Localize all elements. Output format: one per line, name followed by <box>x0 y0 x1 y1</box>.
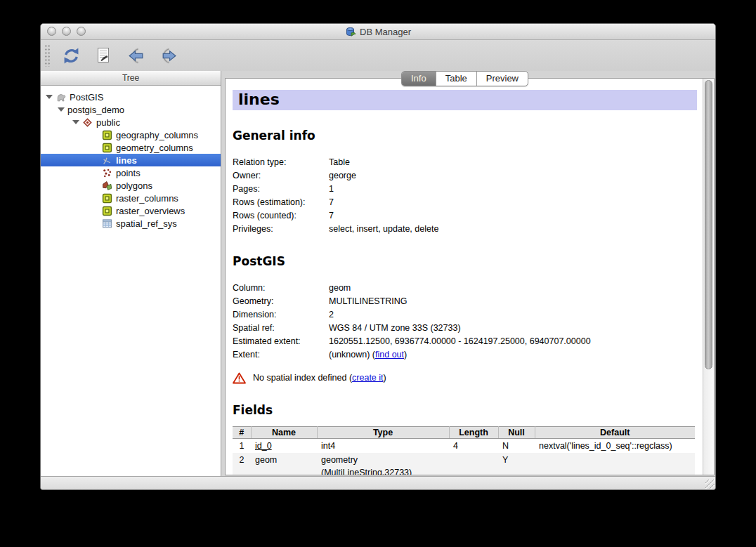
title-bar[interactable]: DB Manager <box>41 24 715 40</box>
field-null: N <box>498 439 535 454</box>
field-type: geometry (MultiLineString,32733) <box>317 453 449 475</box>
table-title-band: lines <box>233 90 697 110</box>
zoom-button[interactable] <box>77 27 86 36</box>
kv-label: Rows (estimation): <box>233 196 329 209</box>
find-out-link[interactable]: find out <box>375 350 404 360</box>
field-num: 1 <box>233 439 251 454</box>
tree-item-postgis-demo[interactable]: postgis_demo <box>41 103 221 116</box>
kv-value: 7 <box>329 196 698 209</box>
toolbar <box>41 40 715 72</box>
field-type: int4 <box>317 439 449 454</box>
field-row: 1 id_0 int4 4 N nextval('lines_id_0_seq'… <box>233 439 695 454</box>
minimize-button[interactable] <box>62 27 71 36</box>
postgis-heading: PostGIS <box>233 254 698 268</box>
kv-value: 1 <box>329 183 698 196</box>
tree-item-spatial-ref-sys[interactable]: spatial_ref_sys <box>41 217 221 230</box>
tree: PostGIS postgis_demo public <box>41 86 221 477</box>
kv-label: Extent: <box>233 348 329 362</box>
ref-table-icon <box>102 218 112 229</box>
tree-panel-header: Tree <box>41 71 221 86</box>
window-title: DB Manager <box>345 26 411 37</box>
kv-value: 2 <box>329 308 698 322</box>
tree-item-label: lines <box>116 155 137 166</box>
extent-pre-text: (unknown) ( <box>329 350 375 360</box>
sql-window-button[interactable] <box>91 44 115 67</box>
warning-icon <box>233 372 246 384</box>
refresh-icon <box>62 46 81 65</box>
tab-label: Info <box>411 73 426 84</box>
tree-item-label: polygons <box>116 180 152 191</box>
postgis-elephant-icon <box>56 92 66 103</box>
kv-value: 7 <box>329 209 698 223</box>
tab-table[interactable]: Table <box>436 72 477 86</box>
general-info-table: Relation type:Table Owner:george Pages:1… <box>233 156 698 236</box>
polygons-layer-icon <box>102 180 112 191</box>
tree-item-postgis[interactable]: PostGIS <box>41 91 221 103</box>
kv-label: Geometry: <box>233 295 329 308</box>
page-title: lines <box>238 91 691 108</box>
tree-panel: Tree PostGIS postgis_demo <box>41 71 221 477</box>
warning-pre-text: No spatial index defined ( <box>253 373 352 383</box>
col-num: # <box>233 427 251 439</box>
scrollbar-thumb[interactable] <box>705 80 712 369</box>
tree-item-label: postgis_demo <box>67 105 124 115</box>
tab-info[interactable]: Info <box>402 72 436 86</box>
tab-label: Preview <box>486 73 519 84</box>
tree-item-geography-columns[interactable]: geography_columns <box>41 128 221 141</box>
spatial-index-warning: No spatial index defined (create it) <box>233 371 698 385</box>
db-manager-window: DB Manager <box>40 23 716 490</box>
chevron-expanded-icon[interactable] <box>46 95 53 99</box>
tree-item-lines[interactable]: lines <box>41 154 221 166</box>
tree-item-label: public <box>96 117 120 128</box>
col-default: Default <box>535 427 695 439</box>
col-null: Null <box>498 427 535 439</box>
tree-panel-title: Tree <box>122 73 139 83</box>
info-document: lines General info Relation type:Table O… <box>226 79 703 475</box>
import-layer-button[interactable] <box>124 44 148 67</box>
kv-label: Dimension: <box>233 308 329 322</box>
tree-item-raster-overviews[interactable]: raster_overviews <box>41 204 221 217</box>
kv-value: george <box>329 169 698 183</box>
tree-item-label: geography_columns <box>116 130 198 140</box>
info-view: lines General info Relation type:Table O… <box>225 78 715 475</box>
tree-item-geometry-columns[interactable]: geometry_columns <box>41 141 221 154</box>
tree-item-label: points <box>116 168 141 178</box>
tree-item-label: geometry_columns <box>116 143 193 153</box>
tab-preview[interactable]: Preview <box>477 72 528 86</box>
chevron-expanded-icon[interactable] <box>72 120 79 124</box>
warning-text: No spatial index defined (create it) <box>253 371 386 385</box>
tree-item-public[interactable]: public <box>41 116 221 128</box>
tree-item-polygons[interactable]: polygons <box>41 179 221 192</box>
field-row: 2 geom geometry (MultiLineString,32733) … <box>233 453 695 475</box>
export-layer-button[interactable] <box>156 44 180 67</box>
tree-item-points[interactable]: points <box>41 166 221 179</box>
schema-icon <box>82 117 93 128</box>
field-length <box>449 453 498 475</box>
kv-label: Pages: <box>233 183 329 196</box>
create-it-link[interactable]: create it <box>352 373 383 383</box>
sql-window-icon <box>94 46 112 65</box>
kv-value: select, insert, update, delete <box>329 223 698 236</box>
points-layer-icon <box>102 168 112 178</box>
kv-label: Privileges: <box>233 223 329 236</box>
field-name: id_0 <box>251 439 317 454</box>
resize-grip-icon[interactable] <box>705 480 715 489</box>
lines-layer-icon <box>102 155 112 166</box>
chevron-expanded-icon[interactable] <box>58 107 65 112</box>
close-button[interactable] <box>47 27 56 36</box>
database-icon <box>345 26 356 37</box>
vertical-scrollbar[interactable] <box>703 79 714 475</box>
field-default <box>535 453 695 475</box>
kv-value: WGS 84 / UTM zone 33S (32733) <box>329 322 698 335</box>
tree-item-raster-columns[interactable]: raster_columns <box>41 192 221 204</box>
kv-label: Relation type: <box>233 156 329 169</box>
kv-label: Estimated extent: <box>233 335 329 348</box>
kv-value-extent: (unknown) (find out) <box>329 348 698 362</box>
general-info-heading: General info <box>233 128 698 143</box>
col-name: Name <box>251 427 317 439</box>
tab-bar: Info Table Preview <box>401 71 528 86</box>
refresh-button[interactable] <box>59 44 83 67</box>
main-panel: Info Table Preview lines General info Re… <box>225 78 715 475</box>
toolbar-drag-handle[interactable] <box>44 44 51 67</box>
tree-item-label: raster_overviews <box>116 206 185 216</box>
